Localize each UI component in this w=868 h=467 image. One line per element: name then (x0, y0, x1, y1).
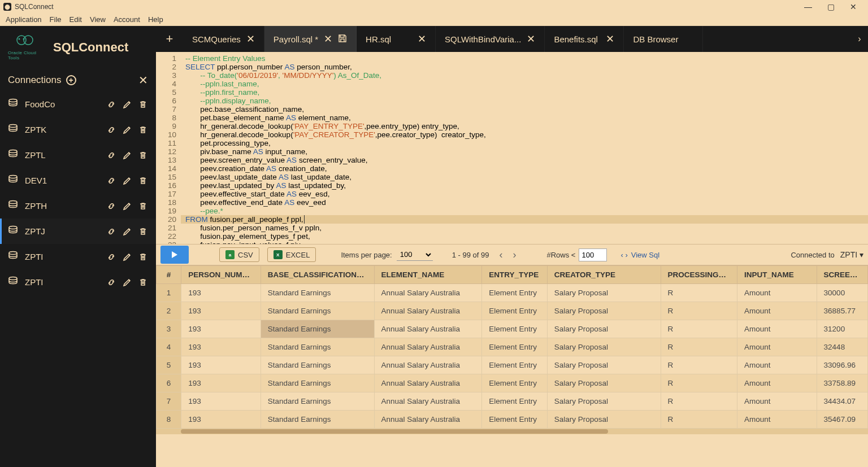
minimize-button[interactable]: — (797, 0, 819, 14)
edit-icon[interactable] (122, 202, 132, 211)
cell[interactable]: R (661, 320, 737, 338)
cell[interactable]: 36885.77 (817, 302, 867, 320)
cell[interactable]: Annual Salary Australia (374, 356, 482, 374)
delete-icon[interactable] (138, 252, 148, 261)
cell[interactable]: 2 (157, 302, 181, 320)
add-connection-button[interactable]: + (66, 75, 76, 85)
delete-icon[interactable] (138, 202, 148, 211)
cell[interactable]: Annual Salary Australia (374, 374, 482, 392)
edit-icon[interactable] (122, 151, 132, 160)
tab[interactable]: Payroll.sql *✕ (264, 26, 357, 52)
connection-select[interactable]: ZPTI ▾ (840, 250, 863, 259)
maximize-button[interactable]: ▢ (819, 0, 842, 14)
menu-help[interactable]: Help (148, 15, 163, 24)
cell[interactable]: Standard Earnings (261, 374, 374, 392)
rows-limit-input[interactable] (579, 248, 607, 261)
cell[interactable]: Amount (737, 374, 817, 392)
cell[interactable]: Annual Salary Australia (374, 284, 482, 302)
cell[interactable]: Element Entry (482, 392, 547, 411)
column-header[interactable]: ELEMENT_NAME (374, 266, 482, 284)
cell[interactable]: Salary Proposal (547, 411, 661, 429)
column-header[interactable]: ENTRY_TYPE (482, 266, 547, 284)
cell[interactable]: Annual Salary Australia (374, 411, 482, 429)
connection-item[interactable]: ZPTL (0, 142, 156, 168)
menu-application[interactable]: Application (6, 15, 42, 24)
cell[interactable]: R (661, 392, 737, 411)
close-tab-button[interactable]: ✕ (606, 33, 614, 45)
table-row[interactable]: 7193Standard EarningsAnnual Salary Austr… (157, 392, 868, 411)
column-header[interactable]: BASE_CLASSIFICATION_NAME (261, 266, 374, 284)
cell[interactable]: Standard Earnings (261, 284, 374, 302)
cell[interactable]: R (661, 338, 737, 356)
link-icon[interactable] (106, 100, 116, 109)
cell[interactable]: 33096.96 (817, 356, 867, 374)
cell[interactable]: Amount (737, 356, 817, 374)
tab[interactable]: Benefits.sql✕ (545, 26, 624, 52)
cell[interactable]: 193 (181, 284, 261, 302)
cell[interactable]: Salary Proposal (547, 338, 661, 356)
link-icon[interactable] (106, 125, 116, 134)
connection-item[interactable]: DEV1 (0, 168, 156, 193)
cell[interactable]: Amount (737, 320, 817, 338)
link-icon[interactable] (106, 176, 116, 185)
table-row[interactable]: 1193Standard EarningsAnnual Salary Austr… (157, 284, 868, 302)
link-icon[interactable] (106, 227, 116, 236)
column-header[interactable]: INPUT_NAME (737, 266, 817, 284)
edit-icon[interactable] (122, 100, 132, 109)
cell[interactable]: Element Entry (482, 284, 547, 302)
cell[interactable]: Element Entry (482, 302, 547, 320)
cell[interactable]: 3 (157, 320, 181, 338)
link-icon[interactable] (106, 202, 116, 211)
cell[interactable]: R (661, 284, 737, 302)
cell[interactable]: Annual Salary Australia (374, 302, 482, 320)
cell[interactable]: 35467.09 (817, 411, 867, 429)
code-area[interactable]: -- Element Entry ValuesSELECT ppl.person… (181, 52, 868, 244)
table-row[interactable]: 3193Standard EarningsAnnual Salary Austr… (157, 320, 868, 338)
cell[interactable]: 5 (157, 356, 181, 374)
cell[interactable]: 193 (181, 320, 261, 338)
cell[interactable]: Salary Proposal (547, 374, 661, 392)
run-query-button[interactable] (160, 246, 189, 264)
cell[interactable]: Standard Earnings (261, 392, 374, 411)
cell[interactable]: 7 (157, 392, 181, 411)
table-row[interactable]: 5193Standard EarningsAnnual Salary Austr… (157, 356, 868, 374)
view-sql-link[interactable]: ‹ › View Sql (620, 251, 659, 259)
cell[interactable]: 31200 (817, 320, 867, 338)
cell[interactable]: Standard Earnings (261, 320, 374, 338)
table-row[interactable]: 4193Standard EarningsAnnual Salary Austr… (157, 338, 868, 356)
connection-item[interactable]: ZPTH (0, 193, 156, 219)
menu-view[interactable]: View (90, 15, 106, 24)
cell[interactable]: 1 (157, 284, 181, 302)
table-row[interactable]: 6193Standard EarningsAnnual Salary Austr… (157, 374, 868, 392)
connection-item[interactable]: ZPTI (0, 269, 156, 295)
sql-editor[interactable]: 1234567891011121314151617181920212223 --… (156, 52, 868, 244)
delete-icon[interactable] (138, 100, 148, 109)
new-tab-button[interactable]: + (156, 26, 183, 52)
table-row[interactable]: 8193Standard EarningsAnnual Salary Austr… (157, 411, 868, 429)
tab-overflow-button[interactable]: › (851, 26, 868, 52)
items-per-page-select[interactable]: 100 (397, 248, 433, 261)
delete-icon[interactable] (138, 151, 148, 160)
delete-icon[interactable] (138, 278, 148, 287)
cell[interactable]: Salary Proposal (547, 392, 661, 411)
cell[interactable]: R (661, 302, 737, 320)
edit-icon[interactable] (122, 252, 132, 261)
cell[interactable]: 193 (181, 392, 261, 411)
cell[interactable]: Annual Salary Australia (374, 320, 482, 338)
close-tab-button[interactable]: ✕ (324, 33, 332, 45)
tab[interactable]: HR.sql✕ (357, 26, 436, 52)
cell[interactable]: 193 (181, 411, 261, 429)
delete-icon[interactable] (138, 125, 148, 134)
column-header[interactable]: PROCESSING_TYPE (661, 266, 737, 284)
cell[interactable]: Element Entry (482, 374, 547, 392)
cell[interactable]: Amount (737, 302, 817, 320)
cell[interactable]: 30000 (817, 284, 867, 302)
menu-edit[interactable]: Edit (70, 15, 82, 24)
column-header[interactable]: PERSON_NUMBER (181, 266, 261, 284)
cell[interactable]: R (661, 374, 737, 392)
cell[interactable]: Standard Earnings (261, 338, 374, 356)
connection-item[interactable]: ZPTK (0, 117, 156, 142)
menu-account[interactable]: Account (114, 15, 140, 24)
cell[interactable]: Salary Proposal (547, 320, 661, 338)
column-header[interactable]: SCREEN_E (817, 266, 867, 284)
